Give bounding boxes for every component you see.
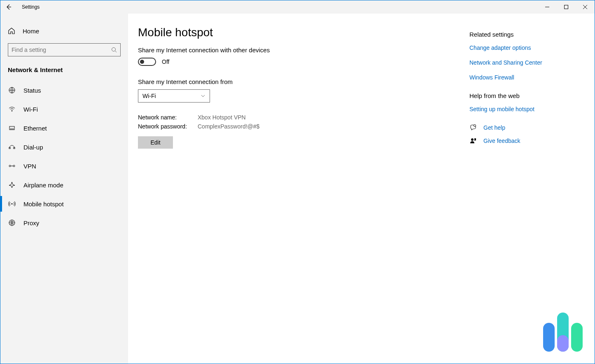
link-windows-firewall[interactable]: Windows Firewall [469,74,585,81]
main-content: Mobile hotspot Share my Internet connect… [138,26,451,351]
network-password-value: ComplexPassword!@#$ [198,123,259,130]
svg-point-7 [9,165,11,167]
get-help-icon [469,124,477,131]
network-password-label: Network password: [138,123,198,130]
svg-rect-0 [565,5,568,9]
sidebar-item-label: Proxy [23,219,39,226]
svg-point-3 [12,111,12,112]
network-name-label: Network name: [138,114,198,121]
home-icon [8,27,15,35]
sidebar-item-proxy[interactable]: Proxy [0,213,128,232]
wifi-icon [8,105,16,113]
svg-rect-6 [14,147,15,149]
right-panel: Related settings Change adapter options … [469,26,585,351]
toggle-state-label: Off [162,58,169,65]
back-arrow-icon [5,4,12,10]
toggle-knob [140,60,144,64]
sidebar-item-label: Wi-Fi [23,106,38,113]
svg-point-9 [12,203,13,205]
close-button[interactable] [576,0,595,14]
dropdown-value: Wi-Fi [142,93,156,99]
link-network-sharing[interactable]: Network and Sharing Center [469,59,585,66]
svg-point-12 [471,138,474,141]
sidebar-item-airplane[interactable]: Airplane mode [0,175,128,194]
svg-point-1 [112,48,116,51]
titlebar: Settings [0,0,595,14]
svg-point-8 [13,165,15,167]
status-icon [8,86,16,94]
svg-rect-5 [9,147,10,149]
airplane-icon [8,181,16,189]
chevron-down-icon [201,93,205,98]
sidebar-item-ethernet[interactable]: Ethernet [0,119,128,138]
dialup-icon [8,143,16,151]
svg-point-11 [474,125,476,127]
sidebar-item-label: Mobile hotspot [23,201,64,208]
share-from-label: Share my Internet connection from [138,78,451,85]
sidebar-item-status[interactable]: Status [0,81,128,100]
search-icon [111,47,117,53]
window-title: Settings [22,4,40,10]
ethernet-icon [8,124,16,132]
network-name-value: Xbox Hotspot VPN [198,114,246,121]
sidebar-category: Network & Internet [0,63,128,81]
minimize-icon [545,5,549,9]
sidebar-item-label: Status [23,87,41,94]
sidebar-item-label: Airplane mode [23,182,63,189]
share-from-dropdown[interactable]: Wi-Fi [138,89,210,103]
link-change-adapter[interactable]: Change adapter options [469,44,585,51]
watermark-logo [543,313,583,352]
sidebar-item-label: VPN [23,163,36,170]
feedback-icon [469,137,477,145]
page-title: Mobile hotspot [138,26,451,39]
hotspot-icon [8,200,16,208]
proxy-icon [8,219,16,226]
share-toggle[interactable] [138,58,156,66]
sidebar-item-dialup[interactable]: Dial-up [0,138,128,156]
vpn-icon [8,162,16,170]
search-box[interactable] [8,43,121,56]
close-icon [583,5,587,9]
home-label: Home [23,28,39,35]
related-settings-heading: Related settings [469,31,585,38]
sidebar: Home Network & Internet Status Wi-Fi E [0,14,128,364]
help-heading: Help from the web [469,92,585,99]
sidebar-item-vpn[interactable]: VPN [0,156,128,175]
share-label: Share my Internet connection with other … [138,47,451,54]
back-button[interactable] [0,0,17,14]
edit-button[interactable]: Edit [138,136,173,149]
maximize-button[interactable] [557,0,576,14]
sidebar-item-mobile-hotspot[interactable]: Mobile hotspot [0,194,128,213]
window-controls [538,0,595,14]
link-setup-hotspot[interactable]: Setting up mobile hotspot [469,106,585,112]
minimize-button[interactable] [538,0,557,14]
sidebar-item-wifi[interactable]: Wi-Fi [0,100,128,119]
get-help-link[interactable]: Get help [483,124,505,131]
sidebar-item-label: Dial-up [23,144,43,151]
sidebar-item-label: Ethernet [23,125,47,132]
give-feedback-link[interactable]: Give feedback [483,138,520,144]
maximize-icon [564,5,568,9]
search-input[interactable] [12,47,111,53]
sidebar-home[interactable]: Home [0,22,128,40]
